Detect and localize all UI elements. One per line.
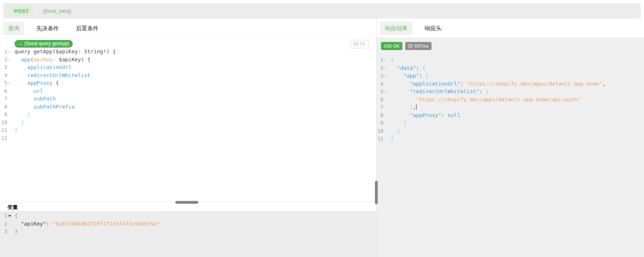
fold-arrow-icon[interactable] xyxy=(8,82,11,84)
fold-gutter xyxy=(7,134,12,142)
fold-gutter xyxy=(383,127,388,135)
url-input[interactable]: {{host_info}} xyxy=(43,3,71,19)
code-text: } xyxy=(391,135,394,143)
request-bar: POST {{host_info}} xyxy=(3,3,641,19)
line-number: 11 xyxy=(0,126,7,134)
code-line[interactable]: 5 appProxy { xyxy=(0,79,376,87)
fold-gutter xyxy=(383,88,388,96)
code-text: "redirectUrlWhitelist": [ xyxy=(391,88,489,96)
line-number: 11 xyxy=(377,135,383,143)
code-text: "app": { xyxy=(391,72,429,80)
line-number: 7 xyxy=(377,103,383,111)
code-text: "data": { xyxy=(391,64,425,72)
method-select[interactable]: POST xyxy=(10,6,33,16)
code-line[interactable]: 12 xyxy=(0,134,376,142)
beta-badge: BETA xyxy=(350,40,369,48)
code-line[interactable]: 6 url xyxy=(0,87,376,95)
code-line[interactable]: 3 applicationUrl xyxy=(0,63,376,71)
line-number: 9 xyxy=(377,119,383,127)
code-line[interactable]: 11} xyxy=(377,135,644,143)
line-number: 5 xyxy=(0,79,7,87)
code-text: { xyxy=(391,56,394,64)
fold-arrow-icon[interactable] xyxy=(8,59,11,61)
response-tabbar: 响应结果 响应头 xyxy=(380,22,446,35)
line-number: 9 xyxy=(0,111,7,119)
code-line[interactable]: 3 "app": { xyxy=(377,72,644,80)
fold-gutter xyxy=(7,63,12,71)
vertical-scrollbar-thumb[interactable] xyxy=(375,181,378,204)
code-line[interactable]: 2 "data": { xyxy=(377,64,644,72)
code-line[interactable]: 10 } xyxy=(377,127,644,135)
line-number: 2 xyxy=(0,220,7,228)
tab-post-conditions[interactable]: 后置条件 xyxy=(71,22,103,35)
code-line[interactable]: 3} xyxy=(0,228,376,236)
code-text: "https://shopify.dev/apps/default-app-ho… xyxy=(391,96,581,104)
fold-arrow-icon[interactable] xyxy=(384,90,387,93)
query-editor[interactable]: ← (Send query getApp) BETA 1query getApp… xyxy=(0,38,376,202)
code-line[interactable]: 8 subPathPrefix xyxy=(0,103,376,111)
time-badge-label: 697ms xyxy=(415,44,429,48)
line-number: 8 xyxy=(377,111,383,119)
fold-arrow-icon[interactable] xyxy=(384,67,387,69)
line-number: 2 xyxy=(377,64,383,72)
tab-pre-conditions[interactable]: 先决条件 xyxy=(32,22,64,35)
horizontal-scrollbar-thumb[interactable] xyxy=(175,201,198,204)
code-text: url xyxy=(15,87,43,95)
code-line[interactable]: 1query getApp($apiKey: String!) { xyxy=(0,48,376,56)
send-query-button[interactable]: ← (Send query getApp) xyxy=(15,40,73,48)
line-number: 12 xyxy=(0,134,7,142)
line-number: 3 xyxy=(377,72,383,80)
code-line[interactable]: 10 } xyxy=(0,119,376,127)
code-text: redirectUrlWhitelist xyxy=(15,71,90,79)
code-line[interactable]: 6 "https://shopify.dev/apps/default-app-… xyxy=(377,96,644,104)
code-line[interactable]: 9 } xyxy=(377,119,644,127)
line-number: 3 xyxy=(0,228,7,236)
code-line[interactable]: 7 subPath xyxy=(0,95,376,103)
code-text: "appProxy": null xyxy=(391,111,460,119)
code-text: applicationUrl xyxy=(15,63,72,71)
fold-gutter xyxy=(383,56,388,64)
fold-arrow-icon[interactable] xyxy=(8,215,11,217)
fold-gutter xyxy=(7,220,12,228)
code-line[interactable]: 9 } xyxy=(0,111,376,119)
fold-gutter xyxy=(383,111,388,119)
code-text: "applicationUrl": "https://shopify.dev/a… xyxy=(391,80,606,88)
fold-gutter xyxy=(383,103,388,111)
fold-gutter xyxy=(7,126,12,134)
code-line[interactable]: 1{ xyxy=(0,212,376,220)
variables-editor[interactable]: 1{2 "apiKey": "b1872dbbd62320f17101f477a… xyxy=(0,211,376,257)
fold-gutter xyxy=(7,119,12,127)
code-line[interactable]: 5 "redirectUrlWhitelist": [ xyxy=(377,88,644,96)
fold-gutter xyxy=(383,119,388,127)
code-text: ], xyxy=(391,103,417,111)
code-line[interactable]: 11} xyxy=(0,126,376,134)
fold-arrow-icon[interactable] xyxy=(384,59,387,61)
code-line[interactable]: 2 app(apiKey: $apiKey) { xyxy=(0,56,376,64)
tab-query[interactable]: 查询 xyxy=(3,22,24,35)
fold-gutter xyxy=(7,212,12,220)
code-line[interactable]: 4 redirectUrlWhitelist xyxy=(0,71,376,79)
line-number: 5 xyxy=(377,88,383,96)
fold-gutter xyxy=(7,103,12,111)
fold-gutter xyxy=(383,135,388,143)
response-panel: 200 OK 697ms 1{2 "data": {3 "app": {4 "a… xyxy=(377,38,644,257)
fold-arrow-icon[interactable] xyxy=(8,50,11,53)
line-number: 7 xyxy=(0,95,7,103)
code-line[interactable]: 7 ], xyxy=(377,103,644,111)
fold-arrow-icon[interactable] xyxy=(384,75,387,77)
line-number: 3 xyxy=(0,63,7,71)
tab-response-result[interactable]: 响应结果 xyxy=(380,22,412,35)
code-line[interactable]: 2 "apiKey": "b1872dbbd62320f17101f477a56… xyxy=(0,220,376,228)
fold-gutter xyxy=(7,228,12,236)
tab-response-headers[interactable]: 响应头 xyxy=(420,22,446,35)
code-text: query getApp($apiKey: String!) { xyxy=(15,48,116,56)
fold-gutter xyxy=(7,71,12,79)
fold-gutter xyxy=(383,64,388,72)
code-line[interactable]: 4 "applicationUrl": "https://shopify.dev… xyxy=(377,80,644,88)
code-line[interactable]: 1{ xyxy=(377,56,644,64)
code-line[interactable]: 8 "appProxy": null xyxy=(377,111,644,119)
fold-gutter xyxy=(7,95,12,103)
response-body-viewer[interactable]: 1{2 "data": {3 "app": {4 "applicationUrl… xyxy=(377,38,644,143)
fold-gutter xyxy=(7,56,12,64)
line-number: 1 xyxy=(0,48,7,56)
